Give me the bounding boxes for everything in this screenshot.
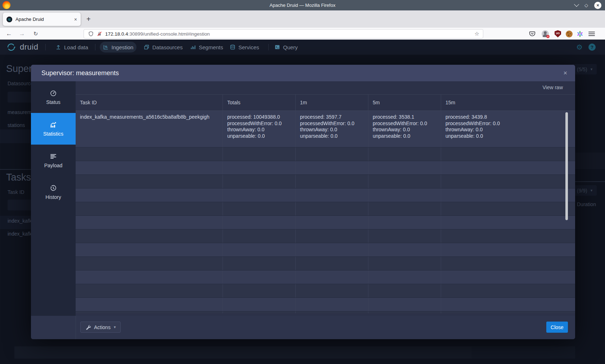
ingestion-icon	[103, 44, 109, 50]
dialog-header: Supervisor: measurements ×	[31, 65, 575, 81]
browser-tab[interactable]: Apache Druid ×	[3, 13, 81, 26]
sidebar-item-payload[interactable]: Payload	[31, 145, 76, 176]
window-minimize-button[interactable]	[574, 2, 579, 7]
gauge-icon	[50, 90, 57, 97]
empty-cell	[441, 175, 575, 188]
table-scrollbar-thumb[interactable]	[565, 112, 568, 220]
nav-item-datasources[interactable]: Datasources	[144, 40, 183, 55]
empty-cell	[441, 243, 575, 256]
url-text[interactable]: 172.18.0.4:30899/unified-console.html#in…	[105, 31, 210, 37]
history-clock-icon	[50, 185, 57, 192]
empty-cell	[295, 243, 368, 256]
forward-button[interactable]: →	[17, 28, 27, 40]
url-bar[interactable]: 172.18.0.4:30899/unified-console.html#in…	[84, 29, 483, 38]
empty-cell	[223, 202, 295, 215]
empty-cell	[368, 284, 441, 297]
settings-gear-icon[interactable]: ⚙	[576, 40, 583, 55]
nav-item-ingestion[interactable]: Ingestion	[100, 42, 136, 53]
task-id-column-header: Task ID	[8, 189, 24, 195]
supervisor-dialog: Supervisor: measurements × Status	[31, 65, 575, 339]
sidebar-item-label: Statistics	[43, 131, 63, 137]
dialog-title: Supervisor: measurements	[41, 69, 563, 77]
window-close-button[interactable]: ×	[594, 2, 601, 9]
empty-table-row	[76, 175, 575, 188]
empty-cell	[76, 216, 223, 229]
empty-table-row	[76, 311, 575, 313]
row-stripe	[0, 129, 31, 143]
nav-separator	[95, 44, 95, 50]
supervisors-count-dropdown[interactable]: (5/5) ▾	[573, 64, 597, 74]
druid-brand-label: druid	[20, 42, 38, 52]
empty-cell	[76, 270, 223, 284]
load-data-icon	[55, 44, 61, 50]
empty-cell	[295, 284, 368, 297]
align-left-icon	[50, 153, 57, 160]
window-title: Apache Druid — Mozilla Firefox	[0, 0, 605, 10]
nav-item-load-data[interactable]: Load data	[55, 40, 88, 55]
empty-cell	[76, 202, 223, 215]
close-button[interactable]: Close	[546, 322, 568, 333]
bookmark-star-icon[interactable]: ☆	[475, 31, 479, 37]
druid-brand[interactable]: druid	[6, 40, 38, 55]
url-host: 172.18.0.4	[105, 31, 128, 37]
ublock-origin-icon[interactable]: UO	[554, 29, 562, 38]
column-header-5m: 5m	[368, 95, 441, 110]
empty-cell	[223, 188, 295, 202]
empty-cell	[368, 202, 441, 215]
window-maximize-button[interactable]: ◇	[584, 3, 588, 8]
empty-table-row	[76, 161, 575, 175]
empty-cell	[76, 161, 223, 174]
empty-cell	[76, 257, 223, 270]
shield-icon[interactable]	[88, 31, 94, 37]
sidebar-item-label: History	[45, 194, 61, 200]
empty-table-row	[76, 147, 575, 161]
empty-cell	[441, 311, 575, 313]
help-icon[interactable]: ?	[588, 44, 596, 51]
pocket-icon[interactable]	[528, 29, 537, 38]
empty-cell	[441, 188, 575, 202]
empty-cell	[441, 284, 575, 297]
reload-button[interactable]: ↻	[31, 28, 40, 40]
cell-1m: processed: 3597.7 processedWithError: 0.…	[295, 111, 368, 147]
empty-cell	[295, 311, 368, 313]
empty-cell	[223, 284, 295, 297]
cell-15m: processed: 3439.8 processedWithError: 0.…	[441, 111, 575, 147]
empty-table-row	[76, 188, 575, 202]
back-button[interactable]: ←	[4, 28, 14, 40]
empty-table-row	[76, 229, 575, 243]
row-stripe	[472, 346, 575, 359]
tasks-count-dropdown[interactable]: (9/9) ▾	[573, 185, 597, 196]
tab-close-icon[interactable]: ×	[74, 17, 77, 22]
nav-item-segments[interactable]: Segments	[190, 40, 223, 55]
view-raw-link[interactable]: View raw	[542, 85, 563, 90]
empty-cell	[295, 257, 368, 270]
supervisor-row[interactable]: stations	[8, 122, 25, 128]
sidebar-item-label: Payload	[44, 163, 63, 168]
wrench-icon	[85, 324, 91, 330]
asterisk-extension-icon[interactable]	[575, 29, 584, 38]
insecure-lock-icon[interactable]	[97, 31, 102, 37]
sidebar-item-status[interactable]: Status	[31, 81, 76, 113]
cell-task-id: index_kafka_measurements_a5616c5ba8afb8b…	[76, 111, 223, 147]
nav-item-services[interactable]: Services	[230, 40, 259, 55]
actions-button-label: Actions	[94, 324, 111, 330]
hamburger-menu-icon[interactable]	[588, 31, 595, 37]
new-tab-button[interactable]: +	[86, 15, 91, 23]
empty-cell	[223, 298, 295, 311]
extension-profile-icon[interactable]: ×	[541, 29, 550, 38]
column-header-totals: Totals	[223, 95, 295, 110]
empty-cell	[441, 161, 575, 174]
sidebar-item-label: Status	[46, 99, 60, 105]
dialog-close-icon[interactable]: ×	[563, 70, 567, 76]
sidebar-item-history[interactable]: History	[31, 176, 76, 208]
cookie-extension-icon[interactable]	[565, 29, 573, 38]
sidebar-item-statistics[interactable]: Statistics	[31, 113, 76, 145]
tab-bar: Apache Druid × +	[0, 10, 605, 28]
actions-button[interactable]: Actions ▾	[80, 322, 121, 333]
segments-icon	[190, 44, 196, 50]
empty-cell	[368, 243, 441, 256]
empty-cell	[223, 270, 295, 284]
empty-cell	[441, 257, 575, 270]
tasks-count: (9/9)	[577, 188, 587, 194]
nav-item-query[interactable]: Query	[274, 40, 298, 55]
